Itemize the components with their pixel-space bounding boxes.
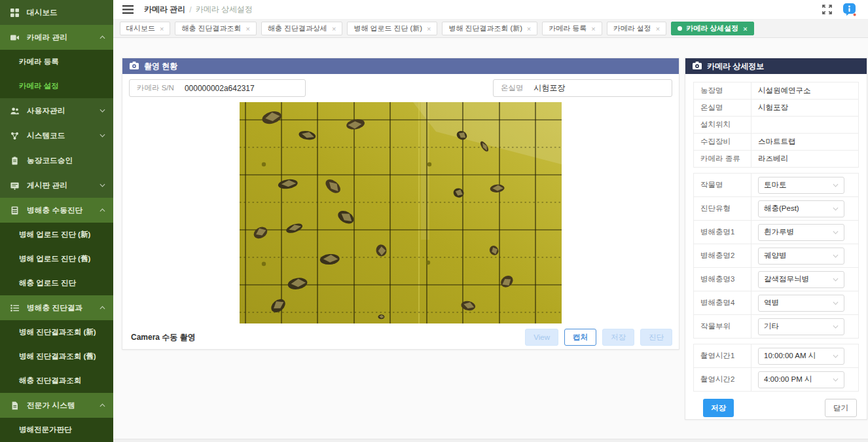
select-병해충명4[interactable]: 역병 bbox=[758, 295, 844, 312]
breadcrumb-page: 카메라 상세설정 bbox=[196, 4, 253, 15]
sidebar-item-label: 사용자관리 bbox=[27, 106, 99, 116]
video-camera-icon bbox=[10, 33, 19, 42]
table-row: 온실명시험포장 bbox=[694, 100, 859, 117]
sidebar-item-1[interactable]: 카메라 관리 bbox=[0, 25, 113, 50]
tab-5[interactable]: 카메라 등록× bbox=[542, 22, 602, 35]
row-value: 궤양병 bbox=[751, 244, 859, 268]
tab-6[interactable]: 카메라 설정× bbox=[607, 22, 667, 35]
sidebar-subitem[interactable]: 해충 업로드 진단 bbox=[0, 271, 113, 295]
breadcrumb-separator: / bbox=[189, 5, 191, 14]
detail-panel-header: 카메라 상세정보 bbox=[685, 58, 867, 74]
chevron-up-icon bbox=[99, 306, 105, 310]
tab-0[interactable]: 대시보드× bbox=[120, 22, 170, 35]
sidebar-menu: 대시보드카메라 관리카메라 등록카메라 설정사용자관리시스템코드농장코드승인게시… bbox=[0, 0, 113, 442]
sidebar-subitem[interactable]: 병해 업로드 진단 (舊) bbox=[0, 247, 113, 271]
greenhouse-field[interactable]: 온실명 시험포장 bbox=[493, 79, 672, 97]
tab-4[interactable]: 병해 진단결과조회 (新)× bbox=[442, 22, 537, 35]
fullscreen-icon[interactable] bbox=[822, 5, 832, 14]
close-icon[interactable]: × bbox=[332, 25, 336, 33]
table-row: 진단유형해충(Pest) bbox=[694, 197, 859, 221]
tab-1[interactable]: 해충 진단결과조회× bbox=[175, 22, 257, 35]
chevron-down-icon bbox=[833, 354, 839, 358]
capture-button-0[interactable]: View bbox=[525, 329, 558, 346]
sidebar-item-3[interactable]: 시스템코드 bbox=[0, 123, 113, 148]
sidebar-subitem[interactable]: 병해 업로드 진단 (新) bbox=[0, 223, 113, 247]
sidebar-item-label: 카메라 관리 bbox=[27, 33, 99, 43]
chevron-down-icon bbox=[833, 301, 839, 305]
tab-bar: 대시보드×해충 진단결과조회×해충 진단결과상세×병해 업로드 진단 (新)×병… bbox=[113, 20, 868, 38]
close-icon[interactable]: × bbox=[427, 25, 431, 33]
sidebar-item-7[interactable]: 병해충 진단결과 bbox=[0, 295, 113, 320]
chevron-down-icon bbox=[99, 109, 105, 113]
tab-2[interactable]: 해충 진단결과상세× bbox=[261, 22, 343, 35]
select-촬영시간1[interactable]: 10:00:00 AM 시 bbox=[758, 348, 844, 365]
sidebar-subitem[interactable]: 해충 진단결과조회 bbox=[0, 369, 113, 393]
tab-3[interactable]: 병해 업로드 진단 (新)× bbox=[347, 22, 437, 35]
sidebar-item-5[interactable]: 게시판 관리 bbox=[0, 173, 113, 198]
close-button[interactable]: 닫기 bbox=[825, 399, 857, 417]
sidebar-item-8[interactable]: 전문가 시스템 bbox=[0, 393, 113, 418]
select-value: 갈색점무늬병 bbox=[764, 274, 809, 284]
table-row: 수집장비스마트트랩 bbox=[694, 134, 859, 151]
chevron-down-icon bbox=[833, 278, 839, 282]
breadcrumb-section[interactable]: 카메라 관리 bbox=[144, 4, 185, 15]
menu-icon[interactable] bbox=[122, 5, 134, 14]
camera-sn-label: 카메라 S/N bbox=[130, 83, 181, 93]
sidebar-subitem[interactable]: 병해 진단결과조회 (舊) bbox=[0, 344, 113, 369]
row-label: 작물명 bbox=[694, 174, 751, 197]
sidebar-item-6[interactable]: 병해충 수동진단 bbox=[0, 198, 113, 223]
sidebar-subitem[interactable]: 병해 진단결과조회 (新) bbox=[0, 320, 113, 344]
capture-filters: 카메라 S/N 000000002a642317 온실명 시험포장 bbox=[129, 79, 672, 97]
chevron-down-icon bbox=[833, 378, 839, 382]
grid-icon bbox=[10, 206, 19, 215]
row-value: 기타 bbox=[751, 315, 859, 339]
close-icon[interactable]: × bbox=[160, 25, 164, 33]
navbar-actions bbox=[822, 3, 856, 16]
capture-button-3[interactable]: 진단 bbox=[640, 329, 672, 346]
select-촬영시간2[interactable]: 4:00:00 PM 시 bbox=[758, 371, 844, 388]
capture-button-1[interactable]: 캡처 bbox=[564, 329, 596, 346]
chat-info-icon[interactable] bbox=[842, 3, 856, 16]
row-label: 병해충명1 bbox=[694, 221, 751, 244]
row-label: 수집장비 bbox=[694, 134, 751, 151]
sidebar-item-4[interactable]: 농장코드승인 bbox=[0, 148, 113, 173]
close-icon[interactable]: × bbox=[527, 25, 531, 33]
sidebar-subitem[interactable]: 카메라 등록 bbox=[0, 50, 113, 74]
close-icon[interactable]: × bbox=[743, 25, 747, 33]
select-value: 해충(Pest) bbox=[764, 204, 799, 213]
board-icon bbox=[10, 181, 19, 190]
sidebar-item-2[interactable]: 사용자관리 bbox=[0, 98, 113, 123]
close-icon[interactable]: × bbox=[591, 25, 595, 33]
close-icon[interactable]: × bbox=[656, 25, 660, 33]
camera-sn-field[interactable]: 카메라 S/N 000000002a642317 bbox=[129, 79, 306, 97]
capture-button-2[interactable]: 저장 bbox=[602, 329, 634, 346]
tab-7[interactable]: 카메라 상세설정× bbox=[671, 22, 754, 35]
sidebar-subitem[interactable]: 병해전문가판단 bbox=[0, 418, 113, 442]
chevron-down-icon bbox=[833, 230, 839, 234]
greenhouse-value[interactable]: 시험포장 bbox=[530, 83, 672, 94]
sidebar-submenu: 병해전문가판단 bbox=[0, 418, 113, 442]
select-병해충명2[interactable]: 궤양병 bbox=[758, 248, 844, 265]
select-병해충명3[interactable]: 갈색점무늬병 bbox=[758, 271, 844, 288]
sidebar-subitem[interactable]: 카메라 설정 bbox=[0, 74, 113, 98]
content-area: 촬영 현황 카메라 S/N 000000002a642317 온실명 시험포장 … bbox=[113, 38, 868, 439]
sidebar-item-0[interactable]: 대시보드 bbox=[0, 0, 113, 25]
greenhouse-label: 온실명 bbox=[494, 83, 530, 93]
select-value: 궤양병 bbox=[764, 251, 787, 261]
capture-panel-title: 촬영 현황 bbox=[144, 61, 177, 72]
row-label: 농장명 bbox=[694, 83, 751, 100]
close-icon[interactable]: × bbox=[246, 25, 250, 33]
select-작물명[interactable]: 토마토 bbox=[758, 177, 844, 194]
diagnosis-select-table: 작물명토마토진단유형해충(Pest)병해충명1흰가루병병해충명2궤양병병해충명3… bbox=[693, 173, 859, 339]
sidebar-item-label: 병해충 수동진단 bbox=[27, 206, 99, 215]
row-value: 10:00:00 AM 시 bbox=[751, 344, 859, 368]
save-button[interactable]: 저장 bbox=[703, 399, 734, 417]
select-진단유형[interactable]: 해충(Pest) bbox=[758, 200, 844, 217]
select-병해충명1[interactable]: 흰가루병 bbox=[758, 224, 844, 241]
row-label: 작물부위 bbox=[694, 315, 751, 339]
row-label: 병해충명4 bbox=[694, 291, 751, 315]
camera-sn-value[interactable]: 000000002a642317 bbox=[181, 84, 305, 93]
select-작물부위[interactable]: 기타 bbox=[758, 318, 844, 335]
select-value: 기타 bbox=[764, 322, 779, 331]
camera-detail-panel: 카메라 상세정보 농장명시설원예연구소온실명시험포장설치위치수집장비스마트트랩카… bbox=[685, 58, 867, 420]
